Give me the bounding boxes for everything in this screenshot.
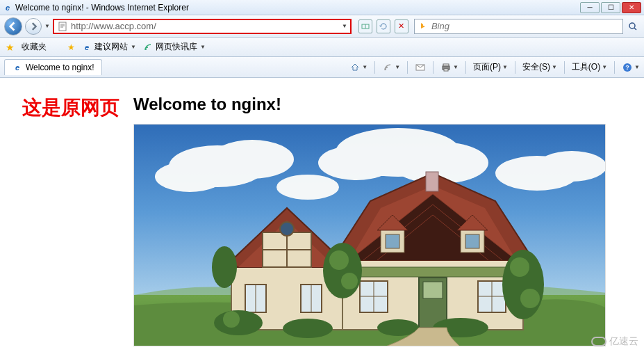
separator — [614, 61, 615, 74]
search-button[interactable] — [626, 19, 640, 33]
svg-rect-50 — [423, 282, 443, 298]
favorite-label-1: 建议网站 — [94, 41, 128, 53]
svg-rect-42 — [426, 172, 438, 191]
separator — [433, 61, 434, 74]
page-menu[interactable]: 页面(P) ▼ — [473, 61, 508, 73]
favorites-star-icon[interactable]: ★ — [6, 42, 15, 53]
nav-history-dropdown[interactable]: ▼ — [44, 23, 50, 29]
help-icon: ? — [622, 62, 633, 73]
favorite-item-suggested[interactable]: e 建议网站 ▼ — [82, 41, 136, 53]
svg-point-57 — [283, 319, 333, 338]
favorites-bar: ★ 收藏夹 ★ e 建议网站 ▼ 网页快讯库 ▼ — [0, 38, 644, 57]
compat-view-button[interactable] — [358, 19, 372, 33]
chevron-down-icon: ▼ — [200, 44, 206, 50]
stop-button[interactable]: ✕ — [395, 19, 408, 33]
svg-rect-51 — [342, 267, 523, 277]
maximize-button[interactable]: ☐ — [601, 2, 620, 13]
chevron-down-icon: ▼ — [131, 44, 136, 50]
print-button[interactable]: ▼ — [440, 62, 459, 73]
help-button[interactable]: ? ▼ — [622, 62, 640, 73]
safety-menu-label: 安全(S) — [522, 61, 550, 73]
ie-tab-icon: e — [12, 62, 23, 73]
watermark-text: 亿速云 — [609, 335, 638, 348]
nav-toolbar: ▼ ▼ ✕ — [0, 15, 644, 38]
refresh-button[interactable] — [377, 19, 390, 33]
home-icon — [349, 62, 361, 73]
browser-tab[interactable]: e Welcome to nginx! — [4, 59, 102, 75]
svg-point-20 — [276, 175, 339, 200]
page-content: 这是原网页 Welcome to nginx! — [0, 78, 644, 352]
search-box[interactable] — [414, 19, 623, 34]
svg-rect-0 — [59, 22, 66, 31]
window-title: Welcome to nginx! - Windows Internet Exp… — [15, 3, 189, 13]
chevron-down-icon: ▼ — [602, 64, 607, 70]
back-arrow-icon — [8, 22, 18, 31]
stop-icon: ✕ — [398, 22, 404, 31]
page-menu-label: 页面(P) — [473, 61, 501, 73]
separator — [465, 61, 466, 74]
svg-point-63 — [223, 311, 240, 328]
annotation-label: 这是原网页 — [22, 95, 119, 335]
svg-point-28 — [280, 222, 294, 236]
separator — [407, 61, 408, 74]
read-mail-button[interactable] — [415, 62, 426, 73]
address-bar[interactable]: ▼ — [53, 19, 352, 34]
svg-text:?: ? — [625, 64, 629, 71]
back-button[interactable] — [4, 17, 22, 35]
svg-rect-38 — [386, 234, 399, 248]
svg-point-17 — [318, 145, 395, 180]
svg-point-4 — [385, 69, 386, 70]
chevron-down-icon: ▼ — [362, 64, 368, 70]
chevron-down-icon: ▼ — [502, 64, 508, 70]
mail-icon — [415, 62, 426, 73]
page-heading: Welcome to nginx! — [133, 95, 622, 114]
svg-point-61 — [510, 257, 529, 277]
close-button[interactable]: ✕ — [622, 2, 641, 13]
page-main: Welcome to nginx! — [133, 95, 622, 335]
svg-point-14 — [155, 161, 224, 192]
watermark: 亿速云 — [591, 335, 638, 348]
tab-title: Welcome to nginx! — [26, 63, 94, 72]
page-icon — [57, 21, 68, 32]
command-bar: e Welcome to nginx! ▼ ▼ ▼ 页面( — [0, 57, 644, 78]
hero-image — [133, 124, 606, 346]
feeds-button[interactable]: ▼ — [382, 62, 400, 73]
window-controls: ─ ☐ ✕ — [580, 2, 641, 13]
webslice-icon — [143, 42, 153, 52]
favorites-label[interactable]: 收藏夹 — [22, 41, 47, 53]
svg-point-3 — [145, 49, 147, 50]
search-input[interactable] — [431, 21, 620, 31]
rss-icon — [382, 62, 393, 73]
url-dropdown[interactable]: ▼ — [342, 23, 347, 29]
window-titlebar: e Welcome to nginx! - Windows Internet E… — [0, 0, 644, 15]
svg-point-62 — [520, 289, 540, 308]
svg-point-58 — [212, 246, 237, 288]
chevron-down-icon: ▼ — [634, 64, 640, 70]
chevron-down-icon: ▼ — [395, 64, 400, 70]
chevron-down-icon: ▼ — [453, 64, 459, 70]
forward-arrow-icon — [29, 22, 38, 31]
separator — [564, 61, 565, 74]
svg-point-2 — [629, 23, 635, 29]
home-button[interactable]: ▼ — [349, 62, 368, 73]
bing-icon — [418, 21, 429, 32]
command-right-group: ▼ ▼ ▼ 页面(P) ▼ 安全(S) ▼ — [349, 61, 640, 74]
add-favorite-icon[interactable]: ★ — [67, 42, 75, 52]
compat-icon — [361, 22, 370, 31]
safety-menu[interactable]: 安全(S) ▼ — [522, 61, 557, 73]
tools-menu[interactable]: 工具(O) ▼ — [572, 61, 607, 73]
svg-point-59 — [329, 250, 349, 270]
print-icon — [440, 62, 452, 73]
watermark-icon — [591, 337, 606, 346]
favorite-item-webslices[interactable]: 网页快讯库 ▼ — [143, 41, 206, 53]
svg-point-60 — [341, 273, 358, 289]
search-icon — [628, 22, 638, 31]
ie-logo-icon: e — [3, 3, 13, 13]
url-input[interactable] — [71, 21, 339, 31]
nav-action-icons: ✕ — [358, 19, 408, 33]
svg-rect-41 — [465, 234, 479, 248]
forward-button[interactable] — [25, 18, 42, 35]
tools-menu-label: 工具(O) — [572, 61, 600, 73]
minimize-button[interactable]: ─ — [580, 2, 600, 13]
chevron-down-icon: ▼ — [552, 64, 557, 70]
